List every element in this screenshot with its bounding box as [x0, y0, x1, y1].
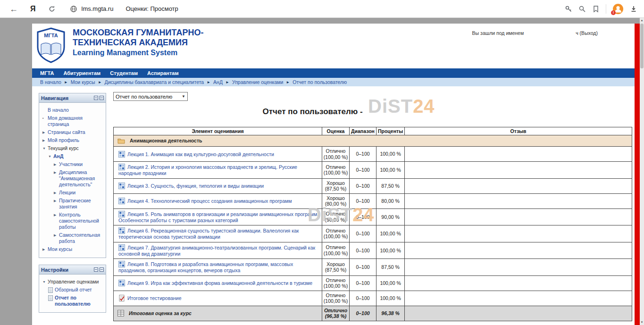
grade-row: Лекция 4. Технологический процесс создан… — [114, 193, 632, 208]
tree-collapsed-icon: ▶ — [42, 137, 48, 143]
breadcrumb-link[interactable]: Мои курсы — [71, 79, 95, 85]
breadcrumb-link[interactable]: В начало — [40, 79, 61, 85]
page-right-accent — [635, 24, 640, 325]
breadcrumb: В начало►Мои курсы►Дисциплины бакалавриа… — [32, 78, 635, 86]
range-cell: 0–100 — [350, 275, 376, 291]
sidebar-item[interactable]: ▶Лекции — [41, 190, 104, 196]
sidebar-item-label: Обзорный отчет — [55, 287, 104, 293]
sidebar-item-label: Моя домашняя страница — [48, 115, 104, 127]
sidebar-item-label: В начало — [48, 107, 104, 113]
percent-cell: 90,00 % — [376, 208, 405, 225]
sidebar-item[interactable]: ▼Управление оценками — [41, 279, 104, 285]
lesson-icon — [118, 211, 125, 217]
lesson-icon — [118, 261, 125, 267]
sidebar-item-label: Отчет по пользователю — [55, 295, 104, 307]
grade-cell: Отлично (100,00 %) — [322, 147, 350, 162]
scroll-down-icon[interactable]: ▼ — [640, 320, 644, 325]
logout-link[interactable]: ч (Выход) — [576, 30, 598, 36]
column-header: Отзыв — [405, 127, 632, 135]
reload-icon[interactable] — [48, 5, 56, 13]
settings-block-items: ▼Управление оценкамиОбзорный отчетОтчет … — [39, 275, 106, 312]
tree-collapsed-icon: ▶ — [54, 161, 59, 167]
dock-block-icon[interactable] — [94, 96, 98, 100]
sidebar-item[interactable]: ▼АнД — [41, 153, 104, 159]
search-icon[interactable] — [578, 5, 586, 13]
grade-item-cell: Лекция 7. Драматургия анимационно-театра… — [114, 242, 322, 259]
profile-avatar[interactable]: ! — [612, 3, 624, 15]
lesson-icon — [118, 151, 125, 158]
sidebar-item-label: Текущий курс — [48, 145, 104, 151]
sidebar-item[interactable]: ▼Текущий курс — [41, 145, 104, 151]
grade-item-link[interactable]: Лекция 8. Подготовка и разработка анимац… — [118, 261, 293, 273]
grade-item-link[interactable]: Лекция 7. Драматургия анимационно-театра… — [118, 245, 315, 257]
grade-item-link[interactable]: Лекция 1. Анимация как вид культурно-дос… — [127, 151, 274, 157]
key-icon[interactable] — [565, 5, 572, 13]
dock-block-icon[interactable] — [94, 267, 98, 272]
percent-cell: 100,00 % — [376, 275, 405, 291]
grade-item-link[interactable]: Лекция 4. Технологический процесс создан… — [127, 198, 292, 204]
column-header: Проценты — [376, 127, 405, 135]
quiz-icon — [118, 295, 125, 301]
lesson-icon — [118, 183, 125, 189]
sidebar-item[interactable]: ▶Страницы сайта — [41, 129, 104, 135]
tree-bullet-icon: ▪ — [42, 115, 48, 121]
hide-block-icon[interactable] — [100, 267, 104, 272]
download-icon[interactable] — [630, 5, 637, 13]
grade-item-link[interactable]: Итоговое тестирование — [127, 295, 182, 301]
grade-item-link[interactable]: Лекция 6. Рекреационная сущность туристс… — [118, 228, 299, 240]
sidebar-item[interactable]: ▪Моя домашняя страница — [41, 115, 104, 127]
range-cell: 0–100 — [350, 306, 376, 321]
sidebar-item[interactable]: ▶Участники — [41, 161, 104, 167]
top-nav-item[interactable]: МГТА — [40, 70, 54, 76]
course-total-row: Итоговая оценка за курсОтлично (96,38 %)… — [114, 306, 632, 321]
grade-item-cell: Лекция 5. Роль аниматоров в организации … — [114, 208, 322, 225]
browser-logo-icon[interactable]: Я — [30, 5, 36, 13]
hide-block-icon[interactable] — [100, 96, 104, 100]
top-nav-item[interactable]: Абитуриентам — [63, 70, 100, 76]
report-format-select[interactable]: Отчет по пользователю ▼ — [113, 92, 188, 101]
sidebar-item[interactable]: ▶Самостоятельная работа — [41, 232, 104, 244]
course-total-label: Итоговая оценка за курс — [129, 310, 192, 316]
grade-row: Лекция 8. Подготовка и разработка анимац… — [114, 259, 632, 276]
grade-item-link[interactable]: Лекция 2. История и хронология массовых … — [118, 164, 297, 176]
navigation-block-items: В начало▪Моя домашняя страница▶Страницы … — [39, 103, 106, 258]
sidebar-item[interactable]: Отчет по пользователю — [41, 295, 104, 307]
grade-item-cell: Лекция 6. Рекреационная сущность туристс… — [114, 225, 322, 242]
grade-item-cell: Итоговая оценка за курс — [114, 306, 322, 321]
report-select-value: Отчет по пользователю — [116, 94, 172, 100]
grade-item-cell: Лекция 8. Подготовка и разработка анимац… — [114, 259, 322, 276]
page-scrollbar[interactable]: ▲ ▼ — [640, 18, 644, 325]
scrollbar-thumb[interactable] — [640, 24, 644, 68]
grade-item-link[interactable]: Лекция 3. Сущность, функция, типология и… — [127, 183, 264, 189]
grade-item-link[interactable]: Лекция 9. Игра как эффективная форма ани… — [127, 280, 312, 286]
sidebar-item-label: Дисциплина "Анимационная деятельность" — [59, 169, 104, 188]
sidebar-item[interactable]: ▶Мой профиль — [41, 137, 104, 143]
sidebar-item[interactable]: ▶Контроль самостоятельной работы — [41, 212, 104, 230]
tree-expanded-icon: ▼ — [42, 145, 48, 151]
breadcrumb-separator-icon: ► — [98, 80, 102, 84]
sidebar-item[interactable]: ▶Практические занятия — [41, 198, 104, 210]
url-text[interactable]: lms.mgta.ru — [82, 5, 114, 12]
column-header: Элемент оценивания — [114, 127, 322, 135]
bookmark-icon[interactable] — [592, 5, 600, 13]
grade-item-link[interactable]: Лекция 5. Роль аниматоров в организации … — [118, 211, 318, 223]
scroll-up-icon[interactable]: ▲ — [640, 18, 644, 23]
org-name-line2: ТЕХНИЧЕСКАЯ АКАДЕМИЯ — [73, 38, 203, 48]
grade-table-body: Анимационная деятельность Лекция 1. Аним… — [114, 135, 632, 321]
back-icon[interactable]: ← — [9, 5, 18, 13]
lesson-icon — [118, 227, 125, 234]
breadcrumb-link[interactable]: Управление оценками — [232, 79, 283, 85]
settings-block: Настройки ▼Управление оценкамиОбзорный о… — [39, 265, 106, 313]
breadcrumb-link[interactable]: Отчет по пользователю — [293, 79, 347, 85]
breadcrumb-link[interactable]: АнД — [213, 79, 223, 85]
sidebar-item[interactable]: Обзорный отчет — [41, 287, 104, 293]
sidebar-item[interactable]: В начало — [41, 107, 104, 113]
sidebar-item[interactable]: ▶Дисциплина "Анимационная деятельность" — [41, 169, 104, 188]
breadcrumb-link[interactable]: Дисциплины бакалавриата и специалитета — [105, 79, 204, 85]
sidebar-item-label: Управление оценками — [48, 279, 104, 285]
navigation-block: Навигация В начало▪Моя домашняя страница… — [39, 93, 106, 258]
top-nav-item[interactable]: Студентам — [110, 70, 138, 76]
feedback-cell — [405, 291, 632, 306]
top-nav-item[interactable]: Аспирантам — [147, 70, 178, 76]
sidebar-item[interactable]: ▶Мои курсы — [41, 246, 104, 252]
